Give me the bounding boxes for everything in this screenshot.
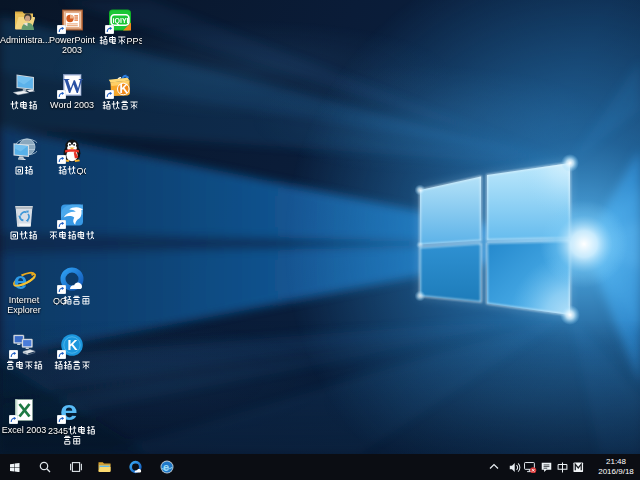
svg-text:W: W [63, 75, 83, 97]
svg-text:QQ: QQ [76, 166, 86, 175]
svg-text:K: K [120, 82, 129, 96]
svg-text:PPS: PPS [126, 36, 141, 45]
svg-text:2345: 2345 [48, 426, 68, 435]
svg-text:e: e [163, 461, 169, 473]
svg-text:K: K [68, 337, 78, 353]
svg-text:e: e [14, 267, 27, 293]
svg-text:iQIYI: iQIYI [113, 17, 129, 25]
